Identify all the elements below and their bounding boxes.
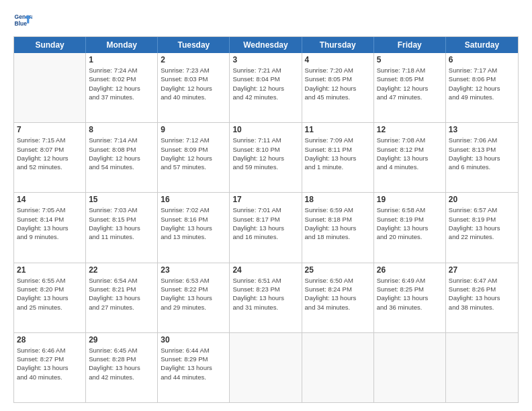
day-cell-21: 21Sunrise: 6:55 AM Sunset: 8:20 PM Dayli… [14,263,86,332]
svg-text:Blue: Blue [15,20,28,27]
day-cell-17: 17Sunrise: 7:01 AM Sunset: 8:17 PM Dayli… [230,193,302,262]
day-number: 18 [305,195,371,204]
empty-cell [230,333,302,402]
day-info: Sunrise: 7:17 AM Sunset: 8:06 PM Dayligh… [449,66,515,101]
day-number: 17 [232,195,298,204]
day-cell-22: 22Sunrise: 6:54 AM Sunset: 8:21 PM Dayli… [86,263,158,332]
calendar: SundayMondayTuesdayWednesdayThursdayFrid… [13,36,519,403]
empty-cell [374,333,446,402]
day-info: Sunrise: 7:06 AM Sunset: 8:13 PM Dayligh… [449,136,515,171]
day-number: 10 [232,125,298,134]
header: General Blue [13,11,519,30]
calendar-header: SundayMondayTuesdayWednesdayThursdayFrid… [14,37,518,53]
day-of-week-sunday: Sunday [14,37,86,53]
week-row-5: 28Sunrise: 6:46 AM Sunset: 8:27 PM Dayli… [14,333,518,402]
week-row-2: 7Sunrise: 7:15 AM Sunset: 8:07 PM Daylig… [14,123,518,193]
day-of-week-friday: Friday [374,37,446,53]
day-cell-12: 12Sunrise: 7:08 AM Sunset: 8:12 PM Dayli… [374,123,446,192]
day-cell-30: 30Sunrise: 6:44 AM Sunset: 8:29 PM Dayli… [158,333,230,402]
day-cell-11: 11Sunrise: 7:09 AM Sunset: 8:11 PM Dayli… [302,123,374,192]
day-number: 1 [89,55,154,64]
day-info: Sunrise: 6:49 AM Sunset: 8:25 PM Dayligh… [377,276,443,312]
day-info: Sunrise: 7:23 AM Sunset: 8:03 PM Dayligh… [161,66,226,101]
day-info: Sunrise: 7:12 AM Sunset: 8:09 PM Dayligh… [161,136,226,171]
day-number: 29 [89,335,154,345]
day-cell-29: 29Sunrise: 6:45 AM Sunset: 8:28 PM Dayli… [86,333,158,402]
day-info: Sunrise: 7:09 AM Sunset: 8:11 PM Dayligh… [305,136,371,171]
day-cell-23: 23Sunrise: 6:53 AM Sunset: 8:22 PM Dayli… [158,263,230,332]
day-cell-16: 16Sunrise: 7:02 AM Sunset: 8:16 PM Dayli… [158,193,230,262]
day-cell-6: 6Sunrise: 7:17 AM Sunset: 8:06 PM Daylig… [446,53,518,122]
day-cell-15: 15Sunrise: 7:03 AM Sunset: 8:15 PM Dayli… [86,193,158,262]
day-cell-1: 1Sunrise: 7:24 AM Sunset: 8:02 PM Daylig… [86,53,158,122]
day-cell-26: 26Sunrise: 6:49 AM Sunset: 8:25 PM Dayli… [374,263,446,332]
day-info: Sunrise: 7:01 AM Sunset: 8:17 PM Dayligh… [232,205,298,241]
week-row-3: 14Sunrise: 7:05 AM Sunset: 8:14 PM Dayli… [14,193,518,263]
day-cell-25: 25Sunrise: 6:50 AM Sunset: 8:24 PM Dayli… [302,263,374,332]
day-number: 3 [232,55,298,64]
page: General Blue SundayMondayTuesdayWednesda… [0,0,532,411]
day-cell-10: 10Sunrise: 7:11 AM Sunset: 8:10 PM Dayli… [230,123,302,192]
day-cell-2: 2Sunrise: 7:23 AM Sunset: 8:03 PM Daylig… [158,53,230,122]
day-info: Sunrise: 7:18 AM Sunset: 8:05 PM Dayligh… [377,66,443,101]
day-cell-5: 5Sunrise: 7:18 AM Sunset: 8:05 PM Daylig… [374,53,446,122]
day-cell-24: 24Sunrise: 6:51 AM Sunset: 8:23 PM Dayli… [230,263,302,332]
day-info: Sunrise: 7:21 AM Sunset: 8:04 PM Dayligh… [232,66,298,101]
day-number: 9 [161,125,226,134]
day-info: Sunrise: 7:20 AM Sunset: 8:05 PM Dayligh… [305,66,371,101]
day-number: 25 [305,265,371,275]
day-number: 14 [17,195,83,204]
empty-cell [302,333,374,402]
logo-icon: General Blue [13,11,32,30]
day-info: Sunrise: 6:51 AM Sunset: 8:23 PM Dayligh… [232,276,298,312]
day-number: 28 [17,335,83,345]
day-number: 7 [17,125,83,134]
day-info: Sunrise: 7:08 AM Sunset: 8:12 PM Dayligh… [377,136,443,171]
day-cell-28: 28Sunrise: 6:46 AM Sunset: 8:27 PM Dayli… [14,333,86,402]
day-of-week-monday: Monday [86,37,158,53]
day-cell-18: 18Sunrise: 6:59 AM Sunset: 8:18 PM Dayli… [302,193,374,262]
day-cell-14: 14Sunrise: 7:05 AM Sunset: 8:14 PM Dayli… [14,193,86,262]
day-info: Sunrise: 7:14 AM Sunset: 8:08 PM Dayligh… [89,136,154,171]
day-cell-9: 9Sunrise: 7:12 AM Sunset: 8:09 PM Daylig… [158,123,230,192]
day-number: 30 [161,335,226,345]
day-of-week-saturday: Saturday [446,37,518,53]
day-info: Sunrise: 7:11 AM Sunset: 8:10 PM Dayligh… [232,136,298,171]
day-info: Sunrise: 6:45 AM Sunset: 8:28 PM Dayligh… [89,346,154,381]
day-number: 13 [449,125,515,134]
day-info: Sunrise: 6:54 AM Sunset: 8:21 PM Dayligh… [89,276,154,312]
day-number: 2 [161,55,226,64]
day-cell-4: 4Sunrise: 7:20 AM Sunset: 8:05 PM Daylig… [302,53,374,122]
day-info: Sunrise: 6:50 AM Sunset: 8:24 PM Dayligh… [305,276,371,312]
day-number: 6 [449,55,515,64]
day-number: 16 [161,195,226,204]
day-cell-13: 13Sunrise: 7:06 AM Sunset: 8:13 PM Dayli… [446,123,518,192]
day-number: 11 [305,125,371,134]
day-number: 12 [377,125,443,134]
empty-cell [446,333,518,402]
week-row-4: 21Sunrise: 6:55 AM Sunset: 8:20 PM Dayli… [14,263,518,333]
day-number: 27 [449,265,515,275]
empty-cell [14,53,86,122]
day-info: Sunrise: 6:47 AM Sunset: 8:26 PM Dayligh… [449,276,515,312]
day-cell-27: 27Sunrise: 6:47 AM Sunset: 8:26 PM Dayli… [446,263,518,332]
day-number: 24 [232,265,298,275]
day-info: Sunrise: 6:57 AM Sunset: 8:19 PM Dayligh… [449,205,515,241]
week-row-1: 1Sunrise: 7:24 AM Sunset: 8:02 PM Daylig… [14,53,518,123]
day-cell-7: 7Sunrise: 7:15 AM Sunset: 8:07 PM Daylig… [14,123,86,192]
day-info: Sunrise: 6:53 AM Sunset: 8:22 PM Dayligh… [161,276,226,312]
day-info: Sunrise: 7:15 AM Sunset: 8:07 PM Dayligh… [17,136,83,171]
day-info: Sunrise: 7:05 AM Sunset: 8:14 PM Dayligh… [17,205,83,241]
calendar-body: 1Sunrise: 7:24 AM Sunset: 8:02 PM Daylig… [14,53,518,402]
day-number: 22 [89,265,154,275]
day-number: 19 [377,195,443,204]
day-info: Sunrise: 6:58 AM Sunset: 8:19 PM Dayligh… [377,205,443,241]
day-cell-3: 3Sunrise: 7:21 AM Sunset: 8:04 PM Daylig… [230,53,302,122]
day-info: Sunrise: 7:24 AM Sunset: 8:02 PM Dayligh… [89,66,154,101]
day-number: 21 [17,265,83,275]
day-number: 23 [161,265,226,275]
day-info: Sunrise: 6:59 AM Sunset: 8:18 PM Dayligh… [305,205,371,241]
day-number: 8 [89,125,154,134]
day-info: Sunrise: 7:02 AM Sunset: 8:16 PM Dayligh… [161,205,226,241]
day-cell-19: 19Sunrise: 6:58 AM Sunset: 8:19 PM Dayli… [374,193,446,262]
